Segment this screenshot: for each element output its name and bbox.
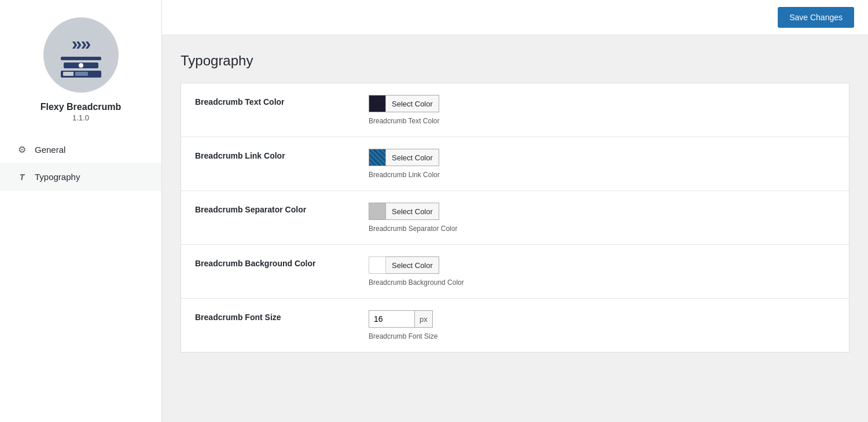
gear-icon: ⚙ [16, 144, 28, 155]
sidebar-item-general[interactable]: ⚙ General [0, 136, 161, 164]
sidebar-item-general-label: General [35, 145, 65, 155]
font-size-row: px [369, 310, 835, 328]
color-select-btn-separator-color[interactable]: Select Color [386, 203, 439, 220]
color-swatch-link-color[interactable] [369, 149, 386, 166]
field-desc-link-color: Breadcrumb Link Color [369, 171, 835, 179]
color-select-btn-text-color[interactable]: Select Color [386, 95, 439, 112]
color-picker-text-color: Select Color [369, 95, 835, 112]
font-size-input[interactable] [369, 310, 415, 328]
setting-row-separator-color: Breadcrumb Separator Color Select Color … [181, 191, 849, 245]
sidebar: »» Flexy Breadcrumb 1.1.0 ⚙ General T Ty… [0, 0, 162, 422]
font-size-unit: px [415, 310, 433, 328]
content-area: Typography Breadcrumb Text Color Select … [162, 35, 868, 422]
setting-label-font-size: Breadcrumb Font Size [181, 299, 355, 336]
color-picker-bg-color: Select Color [369, 256, 835, 274]
field-desc-separator-color: Breadcrumb Separator Color [369, 225, 835, 233]
setting-label-text-color: Breadcrumb Text Color [181, 83, 355, 120]
setting-control-bg-color: Select Color Breadcrumb Background Color [355, 245, 849, 298]
setting-control-text-color: Select Color Breadcrumb Text Color [355, 83, 849, 137]
color-swatch-text-color[interactable] [369, 95, 386, 112]
setting-control-separator-color: Select Color Breadcrumb Separator Color [355, 191, 849, 244]
field-desc-bg-color: Breadcrumb Background Color [369, 278, 835, 287]
setting-row-text-color: Breadcrumb Text Color Select Color Bread… [181, 83, 849, 137]
page-title: Typography [181, 53, 849, 69]
plugin-name: Flexy Breadcrumb [41, 102, 122, 112]
main-content: Save Changes Typography Breadcrumb Text … [162, 0, 868, 422]
save-button[interactable]: Save Changes [778, 7, 854, 28]
logo-arrows-icon: »» [72, 33, 90, 54]
setting-row-bg-color: Breadcrumb Background Color Select Color… [181, 245, 849, 299]
field-desc-text-color: Breadcrumb Text Color [369, 117, 835, 125]
color-select-btn-link-color[interactable]: Select Color [386, 149, 439, 166]
field-desc-font-size: Breadcrumb Font Size [369, 332, 835, 340]
color-swatch-bg-color[interactable] [369, 256, 386, 274]
sidebar-nav: ⚙ General T Typography [0, 136, 161, 190]
color-swatch-separator-color[interactable] [369, 203, 386, 220]
setting-label-link-color: Breadcrumb Link Color [181, 137, 355, 174]
setting-label-separator-color: Breadcrumb Separator Color [181, 191, 355, 228]
settings-table: Breadcrumb Text Color Select Color Bread… [181, 83, 849, 353]
plugin-logo: »» [43, 17, 119, 93]
topbar: Save Changes [162, 0, 868, 35]
logo-bar1 [61, 57, 101, 60]
logo-bar3 [61, 71, 101, 78]
setting-label-bg-color: Breadcrumb Background Color [181, 245, 355, 282]
logo-bar2 [64, 63, 98, 68]
sidebar-item-typography[interactable]: T Typography [0, 164, 161, 190]
setting-control-link-color: Select Color Breadcrumb Link Color [355, 137, 849, 190]
setting-row-link-color: Breadcrumb Link Color Select Color Bread… [181, 137, 849, 191]
color-picker-separator-color: Select Color [369, 203, 835, 220]
setting-control-font-size: px Breadcrumb Font Size [355, 299, 849, 352]
plugin-version: 1.1.0 [72, 113, 89, 122]
sidebar-item-typography-label: Typography [35, 172, 80, 182]
setting-row-font-size: Breadcrumb Font Size px Breadcrumb Font … [181, 299, 849, 352]
typography-icon: T [16, 173, 28, 182]
color-picker-link-color: Select Color [369, 149, 835, 166]
color-select-btn-bg-color[interactable]: Select Color [386, 256, 439, 274]
